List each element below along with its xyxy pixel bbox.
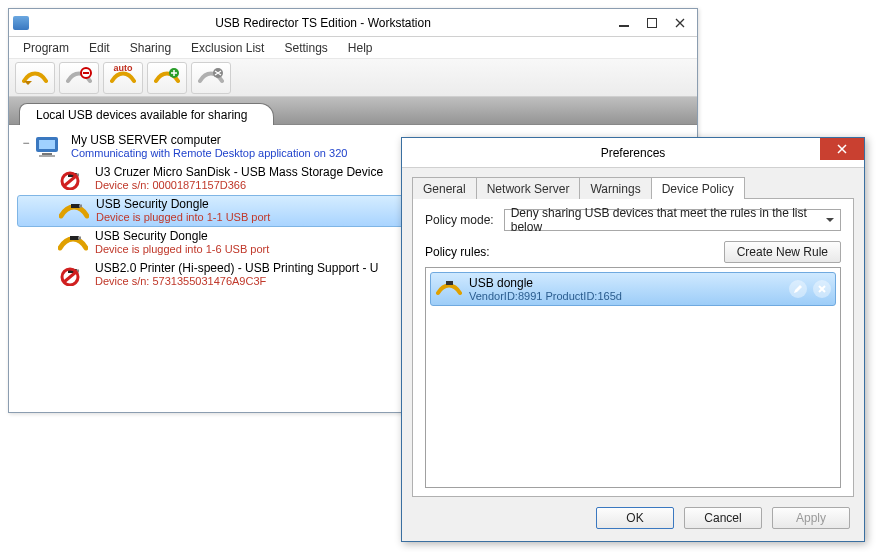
- close-button[interactable]: [667, 13, 693, 33]
- menu-exclusion[interactable]: Exclusion List: [183, 39, 272, 57]
- toolbar-unshare-button[interactable]: [59, 62, 99, 94]
- blocked-device-icon: [57, 165, 89, 193]
- rule-detail: VendorID:8991 ProductID:165d: [469, 290, 622, 302]
- policy-rule-item[interactable]: USB dongle VendorID:8991 ProductID:165d: [430, 272, 836, 306]
- svg-rect-1: [648, 18, 657, 27]
- app-icon: [13, 16, 29, 30]
- device-name: USB2.0 Printer (Hi-speed) - USB Printing…: [95, 261, 378, 275]
- svg-rect-14: [70, 236, 79, 240]
- tab-general[interactable]: General: [412, 177, 477, 199]
- svg-rect-19: [446, 281, 453, 285]
- device-detail: Device is plugged into 1-1 USB port: [96, 211, 270, 223]
- policy-rules-list: USB dongle VendorID:8991 ProductID:165d: [425, 267, 841, 488]
- rule-name: USB dongle: [469, 276, 622, 290]
- menu-edit[interactable]: Edit: [81, 39, 118, 57]
- close-button[interactable]: [820, 138, 864, 160]
- policy-mode-label: Policy mode:: [425, 213, 494, 227]
- policy-mode-select[interactable]: Deny sharing USB devices that meet the r…: [504, 209, 841, 231]
- device-name: U3 Cruzer Micro SanDisk - USB Mass Stora…: [95, 165, 383, 179]
- svg-rect-15: [78, 237, 81, 240]
- usb-device-icon: [57, 229, 89, 257]
- device-detail: Device is plugged into 1-6 USB port: [95, 243, 269, 255]
- menu-help[interactable]: Help: [340, 39, 381, 57]
- dialog-title: Preferences: [601, 146, 666, 160]
- computer-icon: [33, 133, 65, 161]
- root-status: Communicating with Remote Desktop applic…: [71, 147, 347, 159]
- delete-rule-icon[interactable]: [813, 280, 831, 298]
- edit-rule-icon[interactable]: [789, 280, 807, 298]
- device-detail: Device s/n: 00001871157D366: [95, 179, 383, 191]
- menu-sharing[interactable]: Sharing: [122, 39, 179, 57]
- apply-button[interactable]: Apply: [772, 507, 850, 529]
- ok-button[interactable]: OK: [596, 507, 674, 529]
- blocked-device-icon: [57, 261, 89, 289]
- device-name: USB Security Dongle: [95, 229, 269, 243]
- toolbar: auto: [9, 59, 697, 97]
- usb-device-icon: [58, 197, 90, 225]
- collapse-icon[interactable]: −: [21, 137, 31, 149]
- titlebar: USB Redirector TS Edition - Workstation: [9, 9, 697, 37]
- toolbar-share-button[interactable]: [15, 62, 55, 94]
- dialog-buttons: OK Cancel Apply: [412, 497, 854, 541]
- menu-program[interactable]: Program: [15, 39, 77, 57]
- svg-rect-12: [71, 204, 80, 208]
- tab-warnings[interactable]: Warnings: [579, 177, 651, 199]
- svg-rect-7: [42, 153, 52, 155]
- cancel-button[interactable]: Cancel: [684, 507, 762, 529]
- policy-rules-label: Policy rules:: [425, 245, 490, 259]
- root-title: My USB SERVER computer: [71, 133, 347, 147]
- tab-device-policy[interactable]: Device Policy: [651, 177, 745, 199]
- toolbar-connect-button[interactable]: [147, 62, 187, 94]
- tab-strip: Local USB devices available for sharing: [9, 97, 697, 125]
- tab-local-devices[interactable]: Local USB devices available for sharing: [19, 103, 274, 125]
- policy-mode-value: Deny sharing USB devices that meet the r…: [511, 206, 820, 234]
- menubar: Program Edit Sharing Exclusion List Sett…: [9, 37, 697, 59]
- create-new-rule-button[interactable]: Create New Rule: [724, 241, 841, 263]
- toolbar-disconnect-button[interactable]: [191, 62, 231, 94]
- svg-rect-0: [619, 25, 629, 27]
- tab-network-server[interactable]: Network Server: [476, 177, 581, 199]
- minimize-button[interactable]: [611, 13, 637, 33]
- preferences-dialog: Preferences General Network Server Warni…: [401, 137, 865, 542]
- svg-rect-8: [39, 155, 55, 157]
- tabs: General Network Server Warnings Device P…: [412, 176, 854, 199]
- device-policy-panel: Policy mode: Deny sharing USB devices th…: [412, 199, 854, 497]
- dialog-titlebar: Preferences: [402, 138, 864, 168]
- toolbar-auto-button[interactable]: auto: [103, 62, 143, 94]
- device-name: USB Security Dongle: [96, 197, 270, 211]
- svg-rect-13: [79, 205, 82, 208]
- svg-rect-6: [39, 140, 55, 149]
- menu-settings[interactable]: Settings: [276, 39, 335, 57]
- device-detail: Device s/n: 5731355031476A9C3F: [95, 275, 378, 287]
- usb-device-icon: [435, 278, 463, 300]
- auto-label: auto: [108, 63, 138, 73]
- maximize-button[interactable]: [639, 13, 665, 33]
- window-title: USB Redirector TS Edition - Workstation: [37, 16, 609, 30]
